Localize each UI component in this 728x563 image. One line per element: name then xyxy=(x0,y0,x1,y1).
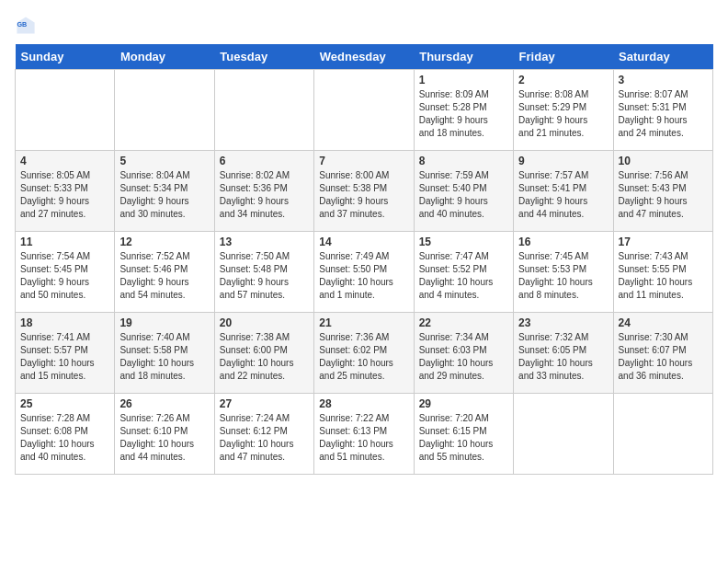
day-header-sunday: Sunday xyxy=(16,44,115,70)
day-number: 14 xyxy=(319,236,408,248)
day-info: Sunrise: 7:57 AM Sunset: 5:41 PM Dayligh… xyxy=(518,169,608,221)
day-info: Sunrise: 7:50 AM Sunset: 5:48 PM Dayligh… xyxy=(220,250,309,302)
day-number: 11 xyxy=(20,236,109,248)
header-row: SundayMondayTuesdayWednesdayThursdayFrid… xyxy=(16,44,713,70)
day-info: Sunrise: 7:43 AM Sunset: 5:55 PM Dayligh… xyxy=(619,250,708,302)
day-number: 7 xyxy=(319,155,408,167)
day-info: Sunrise: 8:08 AM Sunset: 5:29 PM Dayligh… xyxy=(518,88,608,140)
day-info: Sunrise: 7:20 AM Sunset: 6:15 PM Dayligh… xyxy=(419,412,508,464)
calendar-table: SundayMondayTuesdayWednesdayThursdayFrid… xyxy=(15,44,713,475)
day-info: Sunrise: 7:24 AM Sunset: 6:12 PM Dayligh… xyxy=(220,412,309,464)
day-info: Sunrise: 8:09 AM Sunset: 5:28 PM Dayligh… xyxy=(419,88,508,140)
day-number: 16 xyxy=(518,236,608,248)
calendar-cell: 18Sunrise: 7:41 AM Sunset: 5:57 PM Dayli… xyxy=(16,313,115,394)
day-number: 1 xyxy=(419,74,508,86)
calendar-cell xyxy=(314,70,414,151)
day-info: Sunrise: 7:40 AM Sunset: 5:58 PM Dayligh… xyxy=(119,331,209,383)
week-row-2: 4Sunrise: 8:05 AM Sunset: 5:33 PM Daylig… xyxy=(16,151,713,232)
day-number: 18 xyxy=(20,316,109,329)
calendar-cell: 26Sunrise: 7:26 AM Sunset: 6:10 PM Dayli… xyxy=(115,394,214,475)
calendar-cell: 5Sunrise: 8:04 AM Sunset: 5:34 PM Daylig… xyxy=(115,151,214,232)
day-info: Sunrise: 8:02 AM Sunset: 5:36 PM Dayligh… xyxy=(220,169,309,221)
calendar-cell: 17Sunrise: 7:43 AM Sunset: 5:55 PM Dayli… xyxy=(613,232,712,313)
calendar-cell: 27Sunrise: 7:24 AM Sunset: 6:12 PM Dayli… xyxy=(214,394,313,475)
day-info: Sunrise: 8:00 AM Sunset: 5:38 PM Dayligh… xyxy=(319,169,408,221)
day-number: 13 xyxy=(220,236,309,248)
day-number: 6 xyxy=(220,155,309,167)
day-number: 8 xyxy=(419,155,508,167)
page-header: GB xyxy=(15,15,713,37)
day-info: Sunrise: 8:04 AM Sunset: 5:34 PM Dayligh… xyxy=(119,169,209,221)
day-info: Sunrise: 7:36 AM Sunset: 6:02 PM Dayligh… xyxy=(319,331,408,383)
day-info: Sunrise: 7:41 AM Sunset: 5:57 PM Dayligh… xyxy=(20,331,109,383)
calendar-cell: 24Sunrise: 7:30 AM Sunset: 6:07 PM Dayli… xyxy=(613,313,712,394)
day-number: 22 xyxy=(419,316,508,329)
calendar-cell: 7Sunrise: 8:00 AM Sunset: 5:38 PM Daylig… xyxy=(314,151,414,232)
day-number: 9 xyxy=(518,155,608,167)
day-number: 21 xyxy=(319,316,408,329)
day-info: Sunrise: 7:32 AM Sunset: 6:05 PM Dayligh… xyxy=(518,331,608,383)
calendar-cell: 2Sunrise: 8:08 AM Sunset: 5:29 PM Daylig… xyxy=(514,70,613,151)
day-info: Sunrise: 7:56 AM Sunset: 5:43 PM Dayligh… xyxy=(619,169,708,221)
day-number: 12 xyxy=(119,236,209,248)
day-number: 26 xyxy=(119,397,209,410)
day-number: 24 xyxy=(619,316,708,329)
calendar-cell: 22Sunrise: 7:34 AM Sunset: 6:03 PM Dayli… xyxy=(414,313,513,394)
calendar-cell: 29Sunrise: 7:20 AM Sunset: 6:15 PM Dayli… xyxy=(414,394,513,475)
calendar-cell: 21Sunrise: 7:36 AM Sunset: 6:02 PM Dayli… xyxy=(314,313,414,394)
day-info: Sunrise: 7:30 AM Sunset: 6:07 PM Dayligh… xyxy=(619,331,708,383)
day-info: Sunrise: 7:22 AM Sunset: 6:13 PM Dayligh… xyxy=(319,412,408,464)
day-header-wednesday: Wednesday xyxy=(314,44,414,70)
calendar-cell: 23Sunrise: 7:32 AM Sunset: 6:05 PM Dayli… xyxy=(514,313,613,394)
day-info: Sunrise: 7:28 AM Sunset: 6:08 PM Dayligh… xyxy=(20,412,109,464)
calendar-cell: 25Sunrise: 7:28 AM Sunset: 6:08 PM Dayli… xyxy=(16,394,115,475)
day-number: 10 xyxy=(619,155,708,167)
day-number: 2 xyxy=(518,74,608,86)
day-info: Sunrise: 7:45 AM Sunset: 5:53 PM Dayligh… xyxy=(518,250,608,302)
day-info: Sunrise: 8:07 AM Sunset: 5:31 PM Dayligh… xyxy=(619,88,708,140)
day-number: 4 xyxy=(20,155,109,167)
day-number: 27 xyxy=(220,397,309,410)
day-info: Sunrise: 7:54 AM Sunset: 5:45 PM Dayligh… xyxy=(20,250,109,302)
calendar-cell: 14Sunrise: 7:49 AM Sunset: 5:50 PM Dayli… xyxy=(314,232,414,313)
day-header-friday: Friday xyxy=(514,44,613,70)
day-number: 15 xyxy=(419,236,508,248)
day-number: 20 xyxy=(220,316,309,329)
calendar-cell: 10Sunrise: 7:56 AM Sunset: 5:43 PM Dayli… xyxy=(613,151,712,232)
week-row-3: 11Sunrise: 7:54 AM Sunset: 5:45 PM Dayli… xyxy=(16,232,713,313)
calendar-cell xyxy=(214,70,313,151)
day-number: 17 xyxy=(619,236,708,248)
day-number: 29 xyxy=(419,397,508,410)
calendar-cell: 19Sunrise: 7:40 AM Sunset: 5:58 PM Dayli… xyxy=(115,313,214,394)
day-number: 19 xyxy=(119,316,209,329)
day-number: 28 xyxy=(319,397,408,410)
calendar-cell: 11Sunrise: 7:54 AM Sunset: 5:45 PM Dayli… xyxy=(16,232,115,313)
calendar-cell: 6Sunrise: 8:02 AM Sunset: 5:36 PM Daylig… xyxy=(214,151,313,232)
logo: GB xyxy=(15,15,40,37)
day-header-thursday: Thursday xyxy=(414,44,513,70)
calendar-cell xyxy=(514,394,613,475)
day-info: Sunrise: 7:38 AM Sunset: 6:00 PM Dayligh… xyxy=(220,331,309,383)
calendar-cell: 3Sunrise: 8:07 AM Sunset: 5:31 PM Daylig… xyxy=(613,70,712,151)
svg-text:GB: GB xyxy=(17,20,27,29)
calendar-cell xyxy=(613,394,712,475)
logo-icon: GB xyxy=(15,15,37,37)
calendar-cell: 13Sunrise: 7:50 AM Sunset: 5:48 PM Dayli… xyxy=(214,232,313,313)
calendar-cell: 20Sunrise: 7:38 AM Sunset: 6:00 PM Dayli… xyxy=(214,313,313,394)
day-info: Sunrise: 7:52 AM Sunset: 5:46 PM Dayligh… xyxy=(119,250,209,302)
day-number: 3 xyxy=(619,74,708,86)
day-header-saturday: Saturday xyxy=(613,44,712,70)
week-row-4: 18Sunrise: 7:41 AM Sunset: 5:57 PM Dayli… xyxy=(16,313,713,394)
week-row-1: 1Sunrise: 8:09 AM Sunset: 5:28 PM Daylig… xyxy=(16,70,713,151)
calendar-cell: 15Sunrise: 7:47 AM Sunset: 5:52 PM Dayli… xyxy=(414,232,513,313)
calendar-cell: 4Sunrise: 8:05 AM Sunset: 5:33 PM Daylig… xyxy=(16,151,115,232)
calendar-cell xyxy=(16,70,115,151)
day-number: 23 xyxy=(518,316,608,329)
day-info: Sunrise: 7:49 AM Sunset: 5:50 PM Dayligh… xyxy=(319,250,408,302)
day-header-tuesday: Tuesday xyxy=(214,44,313,70)
calendar-cell: 1Sunrise: 8:09 AM Sunset: 5:28 PM Daylig… xyxy=(414,70,513,151)
day-info: Sunrise: 7:26 AM Sunset: 6:10 PM Dayligh… xyxy=(119,412,209,464)
calendar-cell: 28Sunrise: 7:22 AM Sunset: 6:13 PM Dayli… xyxy=(314,394,414,475)
calendar-cell xyxy=(115,70,214,151)
day-info: Sunrise: 7:47 AM Sunset: 5:52 PM Dayligh… xyxy=(419,250,508,302)
